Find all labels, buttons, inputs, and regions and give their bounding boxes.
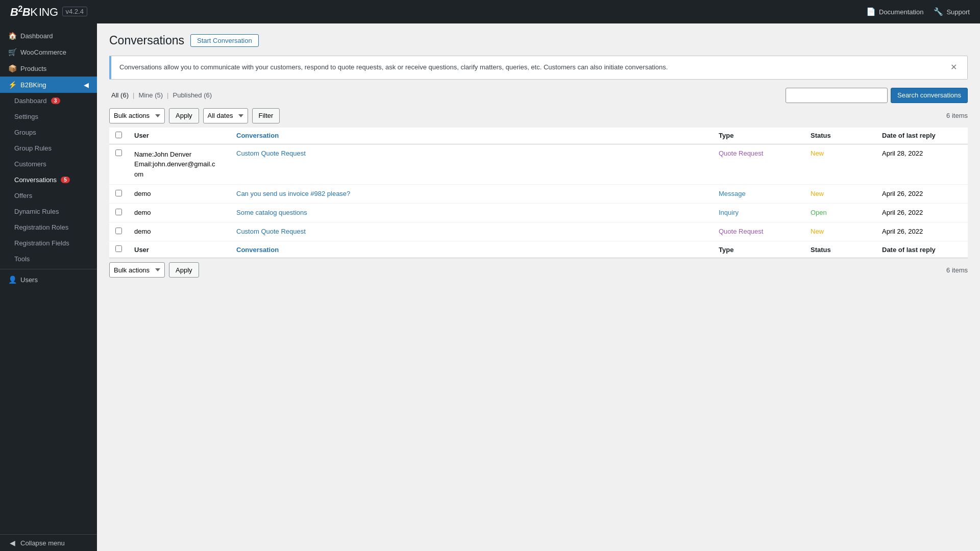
sub-tools-label: Tools xyxy=(14,255,30,263)
search-input[interactable] xyxy=(786,88,888,103)
sidebar-item-sub-group-rules[interactable]: Group Rules xyxy=(0,140,97,156)
table-footer-row: User Conversation Type Status Date of la… xyxy=(109,241,968,258)
sidebar-item-dashboard[interactable]: 🏠 Dashboard xyxy=(0,28,97,44)
sidebar-item-products[interactable]: 📦 Products xyxy=(0,60,97,77)
row-4-status-value: New xyxy=(811,228,824,235)
bulk-actions-row: Bulk actions Apply All dates Filter 6 it… xyxy=(109,108,968,123)
sidebar-item-sub-registration-fields[interactable]: Registration Fields xyxy=(0,235,97,251)
row-4-type-value[interactable]: Quote Request xyxy=(719,228,763,235)
sidebar-item-sub-conversations[interactable]: Conversations 5 xyxy=(0,172,97,188)
row-2-date: April 26, 2022 xyxy=(876,185,968,204)
content-area: Conversations Start Conversation Convers… xyxy=(97,23,980,551)
sub-offers-label: Offers xyxy=(14,192,32,199)
info-box-close-button[interactable]: ✕ xyxy=(948,62,959,72)
page-header: Conversations Start Conversation xyxy=(109,34,968,47)
sidebar-item-sub-offers[interactable]: Offers xyxy=(0,188,97,204)
sidebar-item-woocommerce[interactable]: 🛒 WooCommerce xyxy=(0,44,97,60)
sub-conversations-label: Conversations xyxy=(14,176,57,184)
sidebar-item-sub-tools[interactable]: Tools xyxy=(0,251,97,267)
sidebar-item-sub-dynamic-rules[interactable]: Dynamic Rules xyxy=(0,204,97,219)
row-3-type: Inquiry xyxy=(713,204,804,222)
col-header-type: Type xyxy=(713,128,804,144)
row-1-conversation-link[interactable]: Custom Quote Request xyxy=(236,149,306,157)
sub-registration-roles-label: Registration Roles xyxy=(14,223,68,231)
select-all-checkbox[interactable] xyxy=(115,132,122,138)
products-icon: 📦 xyxy=(8,64,16,72)
col-header-date: Date of last reply xyxy=(876,128,968,144)
col-footer-check xyxy=(109,241,128,258)
sidebar-item-sub-groups[interactable]: Groups xyxy=(0,124,97,140)
row-1-type-value[interactable]: Quote Request xyxy=(719,149,763,157)
support-link[interactable]: 🔧 Support xyxy=(934,7,970,16)
filter-button[interactable]: Filter xyxy=(252,108,280,123)
documentation-label: Documentation xyxy=(879,8,923,16)
row-2-type-value[interactable]: Message xyxy=(719,190,746,197)
sub-dashboard-label: Dashboard xyxy=(14,97,47,105)
bottom-bulk-actions-dropdown[interactable]: Bulk actions xyxy=(109,262,165,278)
b2bking-icon: ⚡ xyxy=(8,81,16,89)
filter-published-count: 6 xyxy=(206,91,210,99)
search-button[interactable]: Search conversations xyxy=(891,88,968,103)
row-1-status: New xyxy=(804,144,876,185)
filter-tab-mine[interactable]: Mine (5) xyxy=(136,90,165,100)
row-4-conversation-link[interactable]: Custom Quote Request xyxy=(236,228,306,235)
woocommerce-icon: 🛒 xyxy=(8,48,16,56)
row-1-checkbox[interactable] xyxy=(115,149,122,156)
dates-dropdown[interactable]: All dates xyxy=(203,108,248,123)
documentation-link[interactable]: 📄 Documentation xyxy=(866,7,923,16)
dashboard-icon: 🏠 xyxy=(8,32,16,40)
col-header-status: Status xyxy=(804,128,876,144)
apply-button-bottom[interactable]: Apply xyxy=(169,262,199,278)
row-3-conversation-link[interactable]: Some catalog questions xyxy=(236,209,307,216)
row-1-user-line2: Email:john.denver@gmail.c xyxy=(134,160,215,168)
sidebar-item-sub-settings[interactable]: Settings xyxy=(0,109,97,124)
sidebar-submenu-b2bking: Dashboard 3 Settings Groups Group Rules … xyxy=(0,93,97,267)
row-2-conversation: Can you send us invoice #982 please? xyxy=(230,185,713,204)
select-all-footer-checkbox[interactable] xyxy=(115,245,122,252)
filter-mine-label: Mine xyxy=(138,91,153,99)
logo-text: B2BKING xyxy=(10,5,58,19)
col-header-conversation[interactable]: Conversation xyxy=(230,128,713,144)
col-footer-type: Type xyxy=(713,241,804,258)
sub-settings-label: Settings xyxy=(14,113,38,120)
sidebar-item-b2bking[interactable]: ⚡ B2BKing ◀ xyxy=(0,77,97,93)
filter-mine-count: 5 xyxy=(157,91,161,99)
row-4-conversation: Custom Quote Request xyxy=(230,222,713,241)
row-1-conversation: Custom Quote Request xyxy=(230,144,713,185)
row-3-checkbox[interactable] xyxy=(115,209,122,215)
row-1-date: April 28, 2022 xyxy=(876,144,968,185)
apply-button-top[interactable]: Apply xyxy=(169,108,199,123)
row-1-user-line3: om xyxy=(134,170,143,178)
col-footer-conversation[interactable]: Conversation xyxy=(230,241,713,258)
conversations-table: User Conversation Type Status Date of la… xyxy=(109,128,968,259)
row-2-check xyxy=(109,185,128,204)
top-bar: B2BKING v4.2.4 📄 Documentation 🔧 Support xyxy=(0,0,980,23)
table-body: Name:John Denver Email:john.denver@gmail… xyxy=(109,144,968,241)
b2bking-arrow: ◀ xyxy=(84,81,89,89)
row-4-checkbox[interactable] xyxy=(115,228,122,234)
sidebar-item-sub-customers[interactable]: Customers xyxy=(0,156,97,172)
filter-search-row: All (6) | Mine (5) | Published (6) Searc… xyxy=(109,88,968,103)
start-conversation-button[interactable]: Start Conversation xyxy=(190,34,259,47)
bulk-actions-dropdown[interactable]: Bulk actions xyxy=(109,108,165,123)
row-2-type: Message xyxy=(713,185,804,204)
col-header-user: User xyxy=(128,128,230,144)
filter-tab-published[interactable]: Published (6) xyxy=(170,90,214,100)
sidebar-item-sub-registration-roles[interactable]: Registration Roles xyxy=(0,219,97,235)
sidebar-section-top: 🏠 Dashboard 🛒 WooCommerce 📦 Products ⚡ B… xyxy=(0,23,97,292)
sidebar-users-label: Users xyxy=(20,276,38,284)
row-2-checkbox[interactable] xyxy=(115,190,122,196)
sidebar-divider-1 xyxy=(0,269,97,269)
row-2-conversation-link[interactable]: Can you send us invoice #982 please? xyxy=(236,190,350,197)
row-3-type-value[interactable]: Inquiry xyxy=(719,209,739,216)
sidebar-item-users[interactable]: 👤 Users xyxy=(0,271,97,288)
items-count-top: 6 items xyxy=(946,112,968,119)
filter-tab-all[interactable]: All (6) xyxy=(109,90,131,100)
row-2-user: demo xyxy=(128,185,230,204)
sub-registration-fields-label: Registration Fields xyxy=(14,239,69,247)
sidebar-item-sub-dashboard[interactable]: Dashboard 3 xyxy=(0,93,97,109)
table-header-row: User Conversation Type Status Date of la… xyxy=(109,128,968,144)
row-1-status-value: New xyxy=(811,149,824,157)
sidebar-item-collapse[interactable]: ◀ Collapse menu xyxy=(0,535,97,551)
sidebar-collapse-label: Collapse menu xyxy=(20,539,65,547)
